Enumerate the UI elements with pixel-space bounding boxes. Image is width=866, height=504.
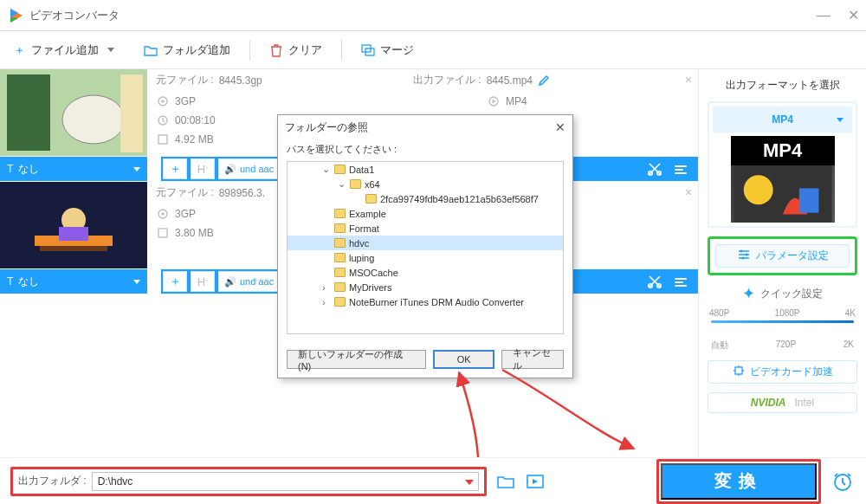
expand-icon: ⌄ [338,178,346,190]
source-file-name: 8445.3gp [219,74,262,87]
svg-rect-15 [40,246,107,251]
tree-node[interactable]: MSOCache [288,265,563,280]
svg-rect-30 [735,367,742,374]
folder-icon [350,179,361,189]
sliders-icon [737,249,751,263]
add-folder-button[interactable]: フォルダ追加 [144,42,230,58]
output-folder-input[interactable]: D:\hdvc [92,472,479,491]
quick-settings-label: ✦ クイック設定 [708,284,857,303]
gpu-accel-button[interactable]: ビデオカード加速 [708,360,857,384]
folder-icon [334,238,346,248]
app-title: ビデオコンバータ [29,8,120,23]
folder-icon [334,297,346,307]
convert-button[interactable]: 変換 [661,463,817,500]
chip-icon [733,365,745,379]
gpu-vendors: NVIDIA Intel [708,392,857,413]
output-format-title: 出力フォーマットを選択 [708,78,857,93]
folder-icon [334,282,346,292]
source-file-label: 元ファイル : [156,185,214,200]
ok-button[interactable]: OK [433,350,495,369]
tree-node[interactable]: ⌄Data1 [288,162,563,177]
dropdown-icon[interactable] [465,480,474,485]
size-icon [156,226,170,240]
hardsub-button[interactable]: Hˣ [191,158,215,179]
subtitle-select[interactable]: T なし [0,157,147,181]
remove-item-button[interactable]: × [679,182,698,268]
svg-rect-26 [798,188,818,212]
task-list-button[interactable] [525,471,546,492]
tree-node[interactable]: ›MyDrivers [288,280,563,294]
folder-icon [334,165,346,174]
speaker-icon: 🔊 [224,164,236,175]
schedule-button[interactable] [830,468,856,494]
close-button[interactable]: ✕ [848,7,859,24]
tree-node[interactable]: luping [288,250,563,265]
cut-icon[interactable] [646,273,663,290]
folder-icon [334,268,346,277]
text-icon: T [7,163,13,175]
tree-node[interactable]: ⌄x64 [288,177,563,191]
source-file-label: 元ファイル : [156,73,214,87]
output-file-name: 8445.mp4 [487,74,533,87]
format-preview: MP4 [731,136,835,223]
minimize-button[interactable]: — [817,7,830,24]
text-icon: T [7,275,13,288]
gear-icon: ✦ [742,284,755,303]
add-subtitle-button[interactable]: ＋ [163,271,187,292]
new-folder-button[interactable]: 新しいフォルダーの作成(N) [287,350,426,369]
subtitle-select[interactable]: T なし [0,269,147,294]
folder-tree[interactable]: ⌄Data1⌄x642fca99749fdb49aeb121a5b63ef568… [287,161,564,334]
quality-slider[interactable]: 480P 1080P 4K [708,308,857,334]
svg-point-28 [745,254,747,256]
convert-highlight: 変換 [656,459,821,504]
expand-icon: › [322,297,331,307]
tree-node-label: x64 [365,179,380,190]
dialog-close-button[interactable]: ✕ [555,120,565,134]
merge-button[interactable]: マージ [361,42,414,58]
dialog-title: フォルダーの参照 [285,120,368,135]
video-thumbnail[interactable] [0,69,147,156]
tree-node[interactable]: hdvc [288,236,563,250]
hardsub-button[interactable]: Hˣ [191,271,215,292]
format-icon [487,94,501,108]
remove-item-button[interactable]: × [679,69,698,156]
format-icon [156,207,170,221]
edit-icon[interactable] [672,273,689,290]
tree-node[interactable]: ›NoteBurner iTunes DRM Audio Converter [288,294,563,309]
format-select[interactable]: MP4 [713,107,852,132]
tree-node-label: Example [349,209,386,219]
cancel-button[interactable]: キャンセル [501,350,564,369]
tree-node[interactable]: Format [288,221,563,236]
size-icon [156,132,170,146]
chevron-down-icon [133,167,140,171]
output-file-label: 出力ファイル : [413,73,481,87]
merge-icon [361,43,375,57]
format-icon [156,94,170,108]
folder-icon [334,253,346,262]
dialog-prompt: パスを選択してください : [287,143,564,156]
tree-node-label: Format [349,223,379,234]
pencil-icon[interactable] [538,74,550,87]
chevron-down-icon [133,280,140,284]
tree-node-label: MyDrivers [349,282,392,293]
folder-icon [365,194,377,204]
svg-point-4 [62,95,125,144]
chevron-down-icon [837,118,843,122]
cut-icon[interactable] [646,160,663,178]
parameter-highlight: パラメータ設定 [708,236,857,275]
folder-icon [334,209,346,218]
tree-node[interactable]: Example [288,206,563,221]
edit-icon[interactable] [672,160,689,178]
tree-node-label: hdvc [349,238,369,249]
tree-node-label: Data1 [349,165,374,175]
tree-node[interactable]: 2fca99749fdb49aeb121a5b63ef568f7 [288,191,563,206]
add-subtitle-button[interactable]: ＋ [163,158,187,179]
open-folder-button[interactable] [495,471,516,492]
add-file-button[interactable]: ＋ ファイル追加 [12,42,114,58]
parameter-settings-button[interactable]: パラメータ設定 [715,244,850,268]
expand-icon: › [322,282,331,293]
chevron-down-icon [107,48,114,52]
video-thumbnail[interactable] [0,182,147,268]
clear-button[interactable]: クリア [269,42,322,58]
tree-node-label: luping [349,253,374,263]
